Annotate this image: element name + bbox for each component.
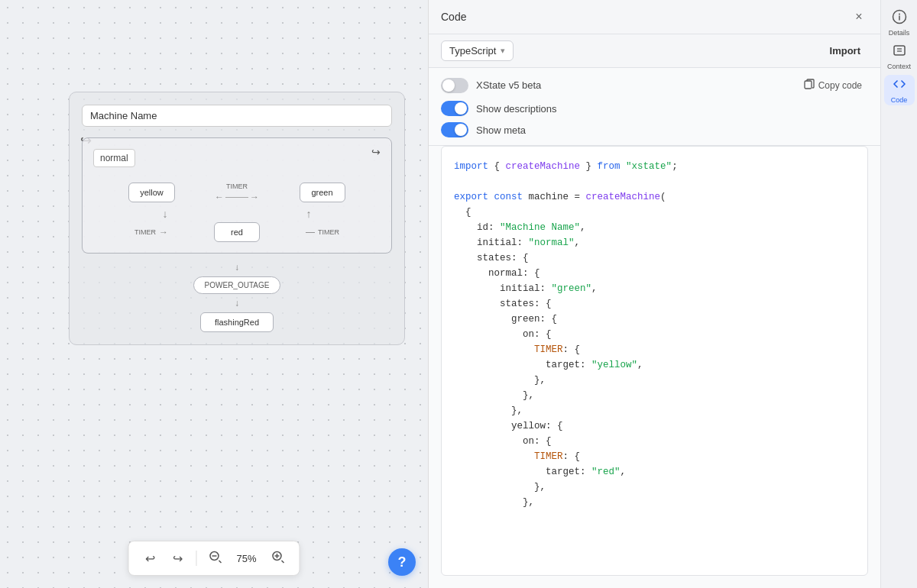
machine-container: Machine Name ↪ normal ↪ yellow TIMER ←→ …	[69, 92, 405, 345]
code-line-9: initial: "green",	[454, 281, 855, 296]
power-down-arrow: ↓	[235, 263, 239, 272]
zoom-in-button[interactable]	[266, 546, 290, 570]
sidebar-icons: Details Context Code	[880, 0, 917, 588]
svg-rect-7	[805, 81, 812, 89]
context-icon	[892, 43, 907, 61]
flashing-red-state[interactable]: flashingRed	[200, 312, 274, 332]
show-descriptions-label: Show descriptions	[476, 103, 557, 115]
show-meta-toggle[interactable]	[441, 122, 468, 137]
code-panel-header: Code ×	[429, 0, 880, 34]
info-icon	[892, 9, 907, 27]
svg-line-1	[219, 561, 221, 563]
code-line-2	[454, 174, 855, 189]
show-meta-label: Show meta	[476, 124, 526, 136]
code-line-20: TIMER: {	[454, 449, 855, 464]
code-panel: Code × TypeScript ▾ Import XState v5 bet…	[429, 0, 880, 588]
timer-arrow-top: TIMER ←→	[215, 183, 259, 202]
power-outage-label[interactable]: POWER_OUTAGE	[193, 276, 281, 294]
redo-button[interactable]: ↪	[165, 546, 190, 570]
yellow-state[interactable]: yellow	[128, 183, 175, 202]
top-states-row: yellow TIMER ←→ green	[93, 183, 381, 202]
close-button[interactable]: ×	[850, 8, 868, 26]
svg-rect-11	[894, 46, 905, 55]
normal-state: normal ↪ yellow TIMER ←→ green	[82, 137, 392, 254]
xstate-v5-option-row: XState v5 beta Copy code	[441, 76, 868, 95]
code-line-16: },	[454, 388, 855, 403]
code-line-1: import { createMachine } from "xstate";	[454, 159, 855, 174]
chevron-down-icon: ▾	[501, 46, 505, 56]
code-line-4: {	[454, 205, 855, 220]
code-line-17: },	[454, 403, 855, 418]
normal-initial-icon: ↪	[371, 146, 381, 158]
code-line-21: target: "red",	[454, 464, 855, 480]
sidebar-item-details[interactable]: Details	[884, 8, 915, 38]
show-descriptions-option-row: Show descriptions	[441, 101, 868, 116]
vert-arrows: ↓ ↑	[93, 208, 381, 219]
timer-label-left: TIMER	[134, 228, 156, 236]
bottom-states-row: TIMER → red — TIMER	[93, 222, 381, 242]
language-select[interactable]: TypeScript ▾	[441, 40, 514, 61]
zoom-in-icon	[271, 550, 285, 567]
green-state[interactable]: green	[300, 183, 345, 202]
undo-button[interactable]: ↩	[138, 546, 162, 570]
toolbar-divider	[196, 551, 196, 566]
timer-label-top: TIMER	[226, 183, 248, 190]
details-label: Details	[889, 29, 910, 37]
timer-label-right: TIMER	[318, 228, 339, 236]
code-line-10: states: {	[454, 296, 855, 312]
code-line-3: export const machine = createMachine(	[454, 189, 855, 205]
code-line-19: on: {	[454, 434, 855, 449]
copy-icon	[804, 79, 815, 92]
language-value: TypeScript	[449, 45, 496, 57]
context-label: Context	[887, 63, 911, 70]
copy-code-label: Copy code	[818, 80, 862, 91]
help-button[interactable]: ?	[388, 548, 416, 576]
zoom-level: 75%	[230, 553, 262, 564]
show-descriptions-toggle[interactable]	[441, 101, 468, 116]
code-line-14: target: "yellow",	[454, 357, 855, 373]
code-toolbar: TypeScript ▾ Import	[429, 34, 880, 68]
normal-state-label: normal	[93, 149, 135, 167]
code-line-11: green: {	[454, 312, 855, 327]
zoom-out-icon	[208, 550, 222, 567]
sidebar-item-context[interactable]: Context	[884, 41, 915, 72]
bottom-toolbar: ↩ ↪ 75%	[128, 541, 300, 576]
sidebar-item-code[interactable]: Code	[884, 75, 915, 105]
redo-icon: ↪	[173, 551, 183, 566]
xstate-v5-toggle[interactable]	[441, 78, 468, 93]
red-state[interactable]: red	[214, 222, 260, 242]
code-line-5: id: "Machine Name",	[454, 220, 855, 235]
svg-line-4	[282, 561, 284, 563]
code-editor[interactable]: import { createMachine } from "xstate"; …	[441, 146, 868, 576]
code-line-18: yellow: {	[454, 418, 855, 434]
code-panel-title: Code	[441, 11, 466, 23]
canvas-area: Machine Name ↪ normal ↪ yellow TIMER ←→ …	[0, 0, 428, 588]
right-panel: Code × TypeScript ▾ Import XState v5 bet…	[428, 0, 917, 588]
code-line-7: states: {	[454, 250, 855, 266]
code-line-6: initial: "normal",	[454, 235, 855, 250]
undo-icon: ↩	[145, 551, 155, 566]
code-options: XState v5 beta Copy code Show descriptio…	[429, 68, 880, 146]
machine-title: Machine Name	[82, 105, 392, 127]
code-label: Code	[891, 96, 908, 104]
copy-code-button[interactable]: Copy code	[798, 76, 868, 95]
code-line-13: TIMER: {	[454, 342, 855, 357]
code-line-23: },	[454, 495, 855, 510]
code-line-8: normal: {	[454, 266, 855, 281]
show-meta-option-row: Show meta	[441, 122, 868, 137]
xstate-v5-label: XState v5 beta	[476, 79, 541, 91]
power-outage-section: ↓ POWER_OUTAGE ↓ flashingRed	[82, 263, 392, 332]
import-button[interactable]: Import	[822, 41, 868, 60]
code-line-22: },	[454, 480, 855, 495]
zoom-out-button[interactable]	[203, 546, 227, 570]
green-up-arrow: ↑	[237, 208, 381, 219]
svg-point-10	[899, 14, 900, 15]
code-line-15: },	[454, 373, 855, 388]
code-line-12: on: {	[454, 327, 855, 342]
code-icon	[892, 76, 907, 95]
yellow-down-arrow: ↓	[93, 208, 237, 219]
flashing-down-arrow: ↓	[235, 299, 239, 308]
